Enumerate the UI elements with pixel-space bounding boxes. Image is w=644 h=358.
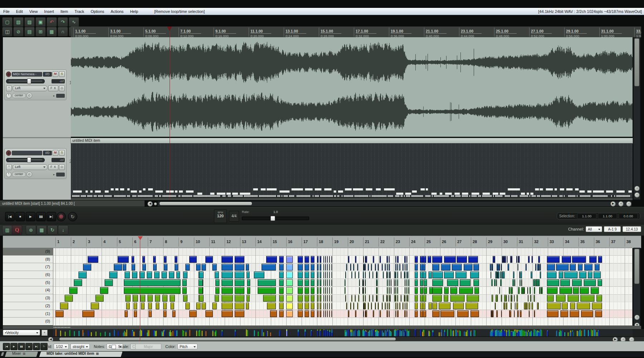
loop-source-button[interactable]: ↻ — [47, 225, 58, 235]
menu-view[interactable]: View — [26, 9, 41, 14]
input-monitor-chip[interactable] — [56, 94, 65, 98]
volume-slider-handle[interactable] — [27, 78, 31, 84]
grid-settings-button[interactable]: ▦ — [36, 225, 47, 235]
menu-file[interactable]: File — [0, 9, 13, 14]
monitor-icon[interactable]: ▸ — [53, 173, 55, 176]
menu-options[interactable]: Options — [87, 9, 107, 14]
midi-hscroll-thumb[interactable] — [59, 338, 396, 340]
tab-midi-take-label[interactable]: MIDI take: untitled MIDI item⊠ — [47, 352, 99, 355]
key-row-4[interactable]: (4) — [3, 286, 53, 294]
midi-stop-button[interactable]: ■ — [25, 343, 33, 350]
scale-type-select[interactable]: Major — [135, 344, 161, 349]
monitor-icon[interactable]: ▸ — [53, 94, 55, 97]
close-icon[interactable]: ⊠ — [23, 352, 25, 355]
key-row-7[interactable]: (7) — [3, 263, 53, 271]
quantize-button[interactable]: Q — [12, 225, 22, 235]
midi-pause-button[interactable]: ▮▮ — [18, 343, 25, 350]
hzoom-in-icon[interactable]: + — [618, 201, 624, 207]
arrange-vscroll-thumb[interactable] — [634, 38, 639, 86]
bpm-box[interactable]: BPM 120 — [214, 209, 227, 223]
mute-button[interactable]: M — [53, 150, 58, 156]
go-to-start-button[interactable]: |◀ — [5, 212, 15, 221]
item-grouping-button[interactable]: ⊘ — [13, 27, 24, 37]
zoom-in-icon[interactable]: + — [634, 186, 640, 191]
midi-item-body[interactable] — [71, 143, 633, 198]
redo-button[interactable]: ↷ — [58, 17, 68, 27]
io-button[interactable]: I/O — [43, 151, 52, 155]
midi-zoom-in-icon[interactable]: + — [634, 315, 640, 320]
phase-button[interactable]: ∅ — [26, 93, 32, 98]
grid-toggle-button[interactable]: ▦ — [47, 27, 57, 37]
pan-knob[interactable] — [6, 172, 11, 177]
menu-actions[interactable]: Actions — [107, 9, 127, 14]
selection-start[interactable]: 1.1.00 — [577, 213, 596, 219]
open-project-button[interactable]: ▧ — [13, 17, 24, 27]
selection-end[interactable]: 1.1.00 — [598, 213, 617, 219]
dock-editor-button[interactable]: ↓ — [58, 225, 68, 235]
track-name[interactable]: MIDI Nemesea - — [12, 72, 42, 77]
metronome-button[interactable]: ∿ — [69, 17, 79, 27]
fx-bypass-button[interactable]: ⏻ — [59, 86, 65, 91]
collapse-button[interactable]: ⌃ — [6, 164, 12, 170]
phase-button[interactable]: ∅ — [26, 171, 32, 177]
volume-slider[interactable] — [6, 158, 45, 162]
scroll-right-icon[interactable]: ▶ — [610, 201, 616, 207]
midi-editor-ruler[interactable]: 1234567891011121314151617181920212223242… — [3, 236, 641, 248]
scroll-knob-icon[interactable] — [154, 202, 157, 205]
io-button[interactable]: I/O — [43, 72, 52, 77]
scroll-left-icon[interactable]: ◀ — [147, 201, 153, 207]
tab-mixer-label[interactable]: Mixer⊠ — [12, 352, 25, 355]
solo-button[interactable]: S — [59, 150, 65, 156]
midi-play-button[interactable]: ▶ — [10, 343, 18, 350]
pan-mode-select[interactable]: Left — [13, 164, 48, 170]
undo-button[interactable]: ↶ — [47, 17, 57, 27]
hzoom-out-icon[interactable]: − — [626, 201, 631, 207]
key-row-8[interactable]: (8) — [3, 256, 53, 263]
record-button[interactable] — [57, 212, 66, 221]
record-arm-button[interactable] — [6, 150, 11, 156]
time-signature-box[interactable]: 4/4 — [229, 211, 239, 222]
repeat-button[interactable]: ↻ — [68, 212, 77, 221]
collapse-button[interactable]: ⌃ — [6, 86, 12, 91]
selection-length[interactable]: 0.0.00 — [619, 213, 638, 219]
play-button[interactable]: ▶ — [26, 212, 35, 221]
fx-button[interactable]: F X — [48, 86, 58, 91]
close-icon[interactable]: ⊠ — [96, 352, 99, 355]
midi-vscroll-thumb[interactable] — [634, 249, 639, 284]
channel-select[interactable]: All — [586, 226, 602, 232]
rate-slider-handle[interactable] — [270, 216, 275, 221]
input-monitor-chip[interactable] — [56, 173, 65, 176]
key-row-0[interactable]: (0) — [3, 318, 53, 325]
scale-snap-checkbox[interactable] — [112, 345, 116, 349]
note-color-mode-select[interactable]: Pitch — [177, 344, 197, 349]
grid-size-select[interactable]: 1/32 — [54, 344, 69, 349]
add-cc-lane-button[interactable]: + — [42, 330, 48, 336]
project-info-button[interactable]: ▣ — [35, 17, 46, 27]
pan-knob[interactable] — [6, 93, 11, 98]
arrange-playhead-marker[interactable] — [167, 26, 172, 31]
key-row-5[interactable]: (5) — [3, 279, 53, 287]
menu-help[interactable]: Help — [127, 9, 141, 14]
midi-vertical-scrollbar[interactable]: + ▼ − — [633, 248, 640, 337]
volume-slider[interactable] — [6, 79, 45, 83]
grid-shape-select[interactable]: straight — [70, 344, 90, 349]
stop-button[interactable]: ■ — [15, 212, 25, 221]
menu-edit[interactable]: Edit — [13, 9, 26, 14]
rate-slider[interactable] — [242, 217, 309, 220]
arrange-vertical-scrollbar[interactable]: + − — [633, 37, 640, 200]
fx-button[interactable]: F X — [48, 164, 58, 170]
menu-item[interactable]: Item — [57, 9, 71, 14]
loop-points-button[interactable]: ∩ — [58, 27, 68, 37]
volume-slider-handle[interactable] — [27, 157, 31, 163]
track-name[interactable] — [12, 151, 42, 155]
key-row-1[interactable]: (1) — [3, 310, 53, 318]
arrange-timeline-ruler[interactable]: 1.1.000:00.0003.1.000:04.0005.1.000:08.0… — [71, 26, 641, 38]
key-row-6[interactable]: (6) — [3, 271, 53, 279]
fx-bypass-button[interactable]: ⏻ — [59, 164, 65, 170]
midi-go-to-start-button[interactable]: |◀ — [3, 343, 10, 350]
ripple-edit-button[interactable]: ▤ — [24, 27, 35, 37]
solo-button[interactable]: S — [59, 71, 65, 77]
midi-go-to-end-button[interactable]: ▶| — [33, 343, 40, 350]
menu-track[interactable]: Track — [71, 9, 87, 14]
envelope-mode-button[interactable]: ⊞ — [35, 27, 46, 37]
